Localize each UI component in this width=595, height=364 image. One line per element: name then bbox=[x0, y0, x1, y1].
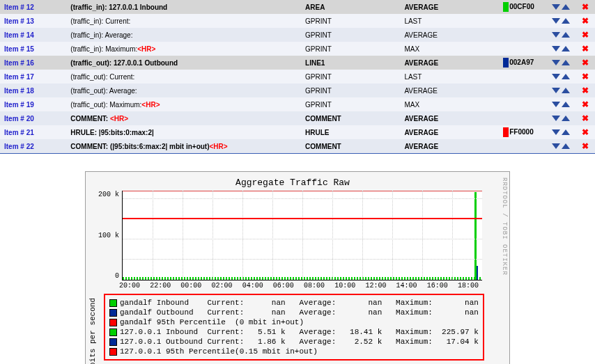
table-row: Item # 17(traffic_out): Current:GPRINTLA… bbox=[0, 70, 595, 84]
chart-title: Aggregate Traffic Raw bbox=[90, 176, 495, 191]
item-cf: AVERAGE bbox=[400, 28, 499, 42]
hr-tag: <HR> bbox=[137, 45, 155, 53]
traffic-spike bbox=[477, 266, 478, 280]
item-desc: (traffic_out): Maximum: bbox=[70, 101, 141, 109]
legend-entry: gandalf Outbound Current: nan Average: n… bbox=[109, 308, 479, 317]
delete-icon[interactable]: ✖ bbox=[582, 86, 589, 95]
item-link[interactable]: Item # 21 bbox=[4, 129, 34, 136]
item-type: COMMENT bbox=[301, 139, 400, 154]
move-up-icon[interactable] bbox=[562, 4, 570, 10]
move-down-icon[interactable] bbox=[552, 18, 560, 24]
x-axis-ticks: 20:0022:0000:0002:0004:0006:0008:0010:00… bbox=[119, 280, 479, 290]
item-link[interactable]: Item # 12 bbox=[4, 3, 34, 11]
item-cf: AVERAGE bbox=[400, 125, 499, 139]
hrule-line bbox=[123, 218, 482, 219]
color-cell bbox=[499, 111, 543, 125]
y-axis-label: bits per second bbox=[88, 298, 97, 364]
item-desc: COMMENT: (|95:bits:6:max:2| mbit in+out) bbox=[70, 143, 209, 150]
hr-tag: <HR> bbox=[110, 115, 128, 122]
item-type: GPRINT bbox=[301, 14, 400, 28]
legend-entry: 127.0.0.1 95th Percentile(0.15 mbit in+o… bbox=[109, 347, 479, 356]
item-link[interactable]: Item # 18 bbox=[4, 87, 34, 95]
color-cell bbox=[499, 97, 543, 111]
item-link[interactable]: Item # 19 bbox=[4, 101, 34, 109]
move-down-icon[interactable] bbox=[552, 143, 560, 149]
chart-legend: gandalf Inbound Current: nan Average: na… bbox=[104, 294, 484, 361]
item-cf: AVERAGE bbox=[400, 0, 499, 14]
item-desc: COMMENT: bbox=[70, 115, 110, 122]
item-type: HRULE bbox=[301, 125, 400, 139]
color-hex: FF0000 bbox=[509, 128, 533, 136]
item-link[interactable]: Item # 16 bbox=[4, 59, 34, 67]
delete-icon[interactable]: ✖ bbox=[582, 141, 589, 151]
color-hex: 00CF00 bbox=[509, 3, 534, 10]
item-link[interactable]: Item # 15 bbox=[4, 45, 34, 53]
color-cell: 002A97 bbox=[499, 56, 543, 70]
graph-preview: RRDTOOL / TOBI OETIKER Aggregate Traffic… bbox=[85, 171, 510, 364]
table-row: Item # 18(traffic_out): Average:GPRINTAV… bbox=[0, 84, 595, 97]
item-link[interactable]: Item # 17 bbox=[4, 73, 34, 81]
item-type: LINE1 bbox=[301, 56, 400, 70]
table-row: Item # 20COMMENT: <HR>COMMENTAVERAGE✖ bbox=[0, 111, 595, 125]
move-up-icon[interactable] bbox=[562, 143, 570, 149]
table-row: Item # 14(traffic_in): Average:GPRINTAVE… bbox=[0, 28, 595, 42]
color-cell: FF0000 bbox=[499, 125, 543, 139]
move-down-icon[interactable] bbox=[552, 4, 560, 10]
table-row: Item # 15(traffic_in): Maximum:<HR>GPRIN… bbox=[0, 42, 595, 56]
color-cell bbox=[499, 84, 543, 97]
delete-icon[interactable]: ✖ bbox=[582, 2, 589, 12]
graph-items-table: Item # 12(traffic_in): 127.0.0.1 Inbound… bbox=[0, 0, 595, 154]
delete-icon[interactable]: ✖ bbox=[582, 30, 589, 40]
item-link[interactable]: Item # 20 bbox=[4, 115, 34, 122]
move-down-icon[interactable] bbox=[552, 116, 560, 121]
move-up-icon[interactable] bbox=[562, 129, 570, 135]
delete-icon[interactable]: ✖ bbox=[582, 44, 589, 54]
hr-tag: <HR> bbox=[141, 101, 160, 109]
table-row: Item # 13(traffic_in): Current:GPRINTLAS… bbox=[0, 14, 595, 28]
hr-tag: <HR> bbox=[210, 143, 228, 150]
move-down-icon[interactable] bbox=[552, 60, 560, 65]
item-link[interactable]: Item # 22 bbox=[4, 143, 34, 150]
table-row: Item # 19(traffic_out): Maximum:<HR>GPRI… bbox=[0, 97, 595, 111]
color-cell bbox=[499, 28, 543, 42]
move-down-icon[interactable] bbox=[552, 88, 560, 93]
item-desc: (traffic_in): Current: bbox=[70, 17, 130, 25]
move-up-icon[interactable] bbox=[562, 32, 570, 38]
item-link[interactable]: Item # 14 bbox=[4, 31, 34, 39]
delete-icon[interactable]: ✖ bbox=[582, 100, 589, 109]
move-up-icon[interactable] bbox=[562, 18, 570, 24]
item-link[interactable]: Item # 13 bbox=[4, 17, 34, 25]
delete-icon[interactable]: ✖ bbox=[582, 127, 589, 137]
table-row: Item # 16(traffic_out): 127.0.0.1 Outbou… bbox=[0, 56, 595, 70]
move-up-icon[interactable] bbox=[562, 88, 570, 93]
item-cf: MAX bbox=[400, 42, 499, 56]
move-up-icon[interactable] bbox=[562, 60, 570, 65]
move-down-icon[interactable] bbox=[552, 74, 560, 79]
delete-icon[interactable]: ✖ bbox=[582, 58, 589, 68]
move-up-icon[interactable] bbox=[562, 74, 570, 79]
item-desc: (traffic_in): 127.0.0.1 Inbound bbox=[70, 3, 167, 11]
color-swatch bbox=[503, 58, 509, 68]
item-desc: (traffic_in): Average: bbox=[70, 31, 132, 39]
item-type: AREA bbox=[301, 0, 400, 14]
move-down-icon[interactable] bbox=[552, 129, 560, 135]
color-cell bbox=[499, 139, 543, 154]
y-axis-ticks: 200 k100 k0 bbox=[90, 191, 122, 280]
move-down-icon[interactable] bbox=[552, 32, 560, 38]
item-desc: HRULE: |95:bits:0:max:2| bbox=[70, 129, 154, 136]
item-cf: MAX bbox=[400, 97, 499, 111]
item-cf: AVERAGE bbox=[400, 111, 499, 125]
move-down-icon[interactable] bbox=[552, 46, 560, 52]
delete-icon[interactable]: ✖ bbox=[582, 16, 589, 26]
move-down-icon[interactable] bbox=[552, 102, 560, 107]
item-type: GPRINT bbox=[301, 97, 400, 111]
table-row: Item # 21HRULE: |95:bits:0:max:2|HRULEAV… bbox=[0, 125, 595, 139]
delete-icon[interactable]: ✖ bbox=[582, 113, 589, 123]
item-desc: (traffic_out): Average: bbox=[70, 87, 137, 95]
color-cell bbox=[499, 42, 543, 56]
move-up-icon[interactable] bbox=[562, 102, 570, 107]
delete-icon[interactable]: ✖ bbox=[582, 72, 589, 81]
move-up-icon[interactable] bbox=[562, 46, 570, 52]
item-type: GPRINT bbox=[301, 42, 400, 56]
move-up-icon[interactable] bbox=[562, 116, 570, 121]
